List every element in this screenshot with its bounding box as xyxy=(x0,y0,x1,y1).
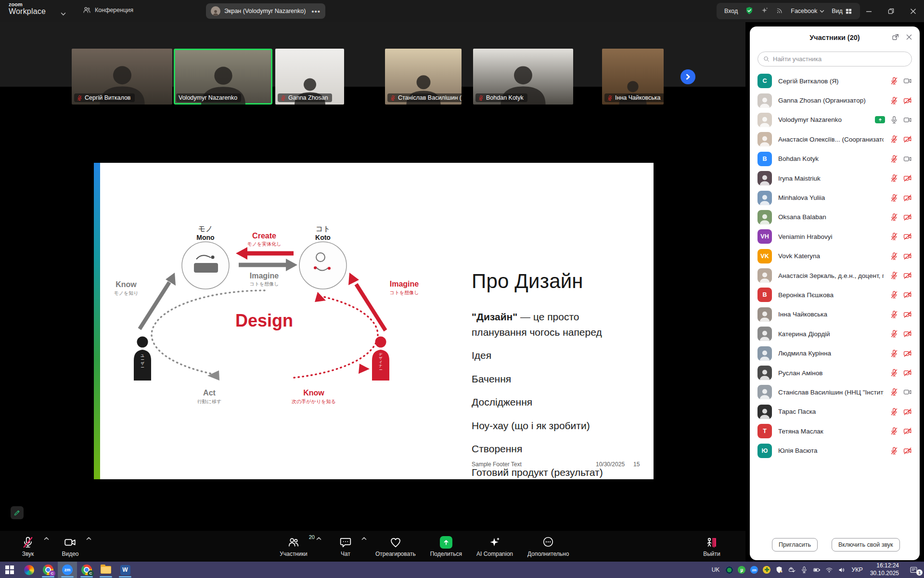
participant-row[interactable]: Volodymyr Nazarenko xyxy=(750,110,920,130)
view-label: Вид xyxy=(832,8,843,14)
notifications-button[interactable]: 1 xyxy=(903,562,924,578)
file-explorer-icon[interactable] xyxy=(96,562,116,578)
participant-row[interactable]: Iryna Maistriuk xyxy=(750,169,920,188)
clock[interactable]: 16:12:24 30.10.2025 xyxy=(866,562,903,577)
lang-indicator[interactable]: УКР xyxy=(848,566,866,573)
chat-button[interactable]: Чат xyxy=(324,531,367,562)
participant-row[interactable]: VHVeniamin Hrabovyi xyxy=(750,227,920,246)
participant-row[interactable]: Тарас Паска xyxy=(750,402,920,421)
video-tile[interactable]: Інна Чайковська xyxy=(602,49,664,105)
notification-count-badge: 1 xyxy=(916,569,923,576)
ai-companion-button[interactable]: AI Companion xyxy=(471,531,519,562)
lang-short-indicator[interactable]: UK xyxy=(708,566,724,573)
participant-row[interactable]: CСергій Виткалов (Я) xyxy=(750,71,920,91)
signin-button[interactable]: Вход xyxy=(724,8,738,14)
participant-row[interactable]: Oksana Balaban xyxy=(750,208,920,227)
chrome-profile1-icon[interactable]: C xyxy=(38,562,58,578)
participant-row[interactable]: Людмила Курінна xyxy=(750,343,920,363)
live-stream-icon[interactable] xyxy=(776,7,783,16)
share-button[interactable]: Поделиться xyxy=(424,531,468,562)
tab-screen-share[interactable]: Экран (Volodymyr Nazarenko) ••• xyxy=(206,3,325,19)
invite-button[interactable]: Пригласить xyxy=(772,538,818,552)
slide-footer-page: 15 xyxy=(633,461,640,468)
participant-name: Руслан Амінов xyxy=(778,369,884,377)
defender-shield-icon[interactable]: ! xyxy=(773,562,785,578)
participant-row[interactable]: Станіслав Василішин (ННЦ "Інститут... xyxy=(750,382,920,402)
audio-options-chevron[interactable] xyxy=(44,535,49,539)
view-menu[interactable]: Вид xyxy=(832,8,852,15)
participant-row[interactable]: ВВероніка Пєшкова xyxy=(750,285,920,304)
tab-more-icon[interactable]: ••• xyxy=(311,7,321,15)
volume-icon[interactable] xyxy=(835,562,848,578)
battery-icon[interactable] xyxy=(810,562,823,578)
tab-meeting[interactable]: Конференция xyxy=(83,6,133,13)
participant-row[interactable]: Анастасія Зеркаль, д.е.н., доцент, п... xyxy=(750,266,920,285)
video-participant-name: Volodymyr Nazarenko xyxy=(179,94,237,101)
participant-row[interactable]: VKVovk Kateryna xyxy=(750,247,920,266)
close-panel-icon[interactable] xyxy=(905,33,913,41)
more-button[interactable]: Дополнительно xyxy=(522,531,575,562)
ai-sparkle-icon[interactable] xyxy=(761,7,769,16)
security-shield-icon[interactable] xyxy=(745,6,754,16)
chat-chevron[interactable] xyxy=(361,535,367,539)
know-bottom-label: Know xyxy=(303,389,324,397)
participant-row[interactable]: Анастасія Олексіїв... (Соорганизатор) xyxy=(750,130,920,149)
leave-icon xyxy=(706,536,718,549)
workspace-chevron-icon[interactable] xyxy=(61,9,66,18)
chrome-profile2-icon[interactable]: C xyxy=(77,562,96,578)
participant-row[interactable]: ЮЮлія Васюта xyxy=(750,441,920,460)
chat-icon xyxy=(339,536,352,549)
zoom-taskbar-icon[interactable]: zm xyxy=(58,562,77,578)
avatar: C xyxy=(757,74,772,88)
mic-tray-icon[interactable] xyxy=(798,562,810,578)
annotate-button[interactable] xyxy=(11,506,24,519)
minimize-button[interactable] xyxy=(858,0,880,22)
wifi-icon[interactable] xyxy=(823,562,835,578)
avatar: VH xyxy=(757,229,772,244)
participant-row[interactable]: Катерина Діордій xyxy=(750,324,920,343)
usb-icon[interactable] xyxy=(785,562,798,578)
participant-row[interactable]: Minhalova Yuliia xyxy=(750,188,920,207)
participant-row[interactable]: TТетяна Маслак xyxy=(750,421,920,441)
video-tile[interactable]: Сергій Виткалов xyxy=(72,49,172,105)
participant-row[interactable]: Руслан Амінов xyxy=(750,363,920,382)
shared-screen: モノ Mono コト Koto Create モノを実体化し xyxy=(94,163,654,479)
participant-row[interactable]: BBohdan Kotyk xyxy=(750,149,920,169)
audio-button[interactable]: Звук xyxy=(7,531,49,562)
color-wheel-app-icon[interactable] xyxy=(19,562,38,578)
camera-off-icon xyxy=(903,213,912,222)
close-button[interactable] xyxy=(902,0,924,22)
react-button[interactable]: Отреагировать xyxy=(370,531,422,562)
video-button[interactable]: Видео xyxy=(49,531,91,562)
mic-muted-icon xyxy=(890,194,898,202)
participant-row[interactable]: Ganna Zhosan (Организатор) xyxy=(750,91,920,110)
video-tile[interactable]: Volodymyr Nazarenko xyxy=(174,49,272,105)
unmute-self-button[interactable]: Включить свой звук xyxy=(832,538,900,552)
participant-name: Сергій Виткалов (Я) xyxy=(778,78,884,85)
participant-name: Vovk Kateryna xyxy=(778,252,884,260)
tray-app-icon[interactable] xyxy=(723,562,735,578)
popout-icon[interactable] xyxy=(892,33,899,41)
mic-muted-icon xyxy=(890,388,898,396)
video-tile[interactable]: Bohdan Kotyk xyxy=(473,49,573,105)
search-input[interactable] xyxy=(757,52,912,66)
camera-off-icon xyxy=(903,194,912,202)
video-tile[interactable]: Ganna Zhosan xyxy=(275,49,344,105)
zoom-tray-icon[interactable]: zm xyxy=(748,562,760,578)
restore-button[interactable] xyxy=(880,0,902,22)
facebook-menu[interactable]: Facebook xyxy=(791,8,824,14)
start-button[interactable] xyxy=(0,562,19,578)
slide-text-block: Про Дизайн "Дизайн" — це просто плануван… xyxy=(472,270,627,488)
participants-chevron[interactable] xyxy=(316,535,321,539)
participant-name: Катерина Діордій xyxy=(778,330,884,338)
video-tile[interactable]: Станіслав Василішин (ННЦ... xyxy=(385,49,462,105)
participants-button[interactable]: 20 Участники xyxy=(266,531,321,562)
zoom-workplace-window: zoom Workplace Конференция Экран (Volody… xyxy=(0,0,924,578)
video-options-chevron[interactable] xyxy=(86,535,91,539)
leave-button[interactable]: Выйти xyxy=(691,531,733,562)
next-videos-button[interactable] xyxy=(680,69,695,84)
antivirus-icon[interactable]: ✚ xyxy=(760,562,773,578)
utorrent-icon[interactable]: µ xyxy=(735,562,748,578)
word-icon[interactable]: W xyxy=(116,562,135,578)
participant-row[interactable]: Інна Чайковська xyxy=(750,305,920,324)
